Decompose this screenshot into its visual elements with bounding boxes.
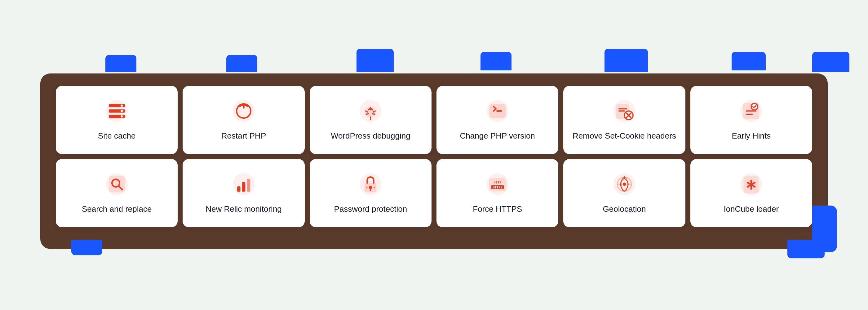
- card-change-php-version[interactable]: Change PHP version: [436, 86, 558, 154]
- site-cache-label: Site cache: [98, 131, 135, 142]
- main-container: Site cache Restart PHP: [31, 49, 837, 261]
- svg-point-3: [121, 104, 123, 106]
- svg-point-35: [366, 187, 367, 188]
- card-site-cache[interactable]: Site cache: [56, 86, 178, 154]
- early-hints-label: Early Hints: [732, 131, 771, 142]
- blue-tab-4: [480, 52, 512, 70]
- site-cache-icon: [104, 99, 129, 123]
- card-geolocation[interactable]: Geolocation: [563, 159, 685, 227]
- ioncube-loader-icon: [739, 172, 764, 196]
- password-protection-icon: [358, 172, 383, 196]
- svg-point-36: [374, 187, 375, 188]
- new-relic-monitoring-label: New Relic monitoring: [206, 204, 282, 215]
- svg-point-14: [369, 108, 370, 110]
- svg-rect-29: [237, 186, 241, 192]
- svg-point-44: [623, 183, 626, 186]
- cards-grid: Site cache Restart PHP: [50, 80, 818, 237]
- ioncube-loader-label: IonCube loader: [723, 204, 779, 215]
- remove-set-cookie-icon: [612, 99, 637, 123]
- change-php-version-icon: [485, 99, 510, 123]
- svg-text:HTTP: HTTP: [494, 180, 501, 184]
- card-search-and-replace[interactable]: Search and replace: [56, 159, 178, 227]
- blue-tab-6: [732, 52, 766, 70]
- card-password-protection[interactable]: Password protection: [310, 159, 432, 227]
- remove-set-cookie-label: Remove Set-Cookie headers: [572, 131, 676, 142]
- blue-tab-bottom-1: [71, 240, 102, 255]
- svg-line-12: [373, 114, 375, 114]
- svg-text:HTTPS: HTTPS: [493, 185, 502, 189]
- svg-point-4: [121, 110, 123, 112]
- change-php-version-label: Change PHP version: [460, 131, 535, 142]
- svg-point-15: [371, 108, 372, 110]
- blue-tab-3: [356, 49, 394, 72]
- early-hints-icon: [739, 99, 764, 123]
- wordpress-debugging-icon: [358, 99, 383, 123]
- new-relic-monitoring-icon: [231, 172, 256, 196]
- geolocation-label: Geolocation: [603, 204, 646, 215]
- card-remove-set-cookie[interactable]: Remove Set-Cookie headers: [563, 86, 685, 154]
- blue-tab-7: [812, 52, 849, 72]
- restart-php-label: Restart PHP: [221, 131, 266, 142]
- card-new-relic-monitoring[interactable]: New Relic monitoring: [183, 159, 304, 227]
- restart-php-icon: [231, 99, 256, 123]
- svg-point-5: [121, 115, 123, 118]
- wordpress-debugging-label: WordPress debugging: [331, 131, 410, 142]
- geolocation-icon: [612, 172, 637, 196]
- search-and-replace-icon: [104, 172, 129, 196]
- blue-tab-5: [604, 49, 648, 72]
- blue-tab-2: [226, 55, 257, 72]
- search-and-replace-label: Search and replace: [82, 204, 152, 215]
- card-restart-php[interactable]: Restart PHP: [183, 86, 304, 154]
- card-ioncube-loader[interactable]: IonCube loader: [690, 159, 812, 227]
- card-wordpress-debugging[interactable]: WordPress debugging: [310, 86, 432, 154]
- password-protection-label: Password protection: [334, 204, 407, 215]
- blue-tab-1: [105, 55, 136, 72]
- svg-rect-30: [242, 182, 246, 192]
- card-force-https[interactable]: HTTP HTTPS Force HTTPS: [436, 159, 558, 227]
- svg-rect-31: [247, 179, 250, 192]
- card-early-hints[interactable]: Early Hints: [690, 86, 812, 154]
- svg-line-11: [366, 114, 368, 114]
- force-https-label: Force HTTPS: [473, 204, 522, 215]
- force-https-icon: HTTP HTTPS: [485, 172, 510, 196]
